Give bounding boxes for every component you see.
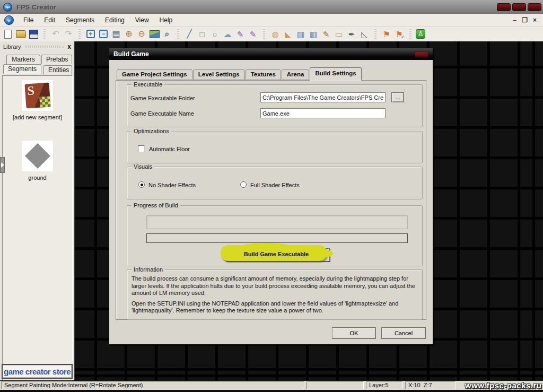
library-tab-prefabs[interactable]: Prefabs xyxy=(41,55,72,64)
new-document-icon[interactable] xyxy=(2,28,14,40)
magnifier-icon[interactable]: ⌕ xyxy=(161,28,173,40)
menu-file[interactable]: File xyxy=(18,15,39,25)
select-triangle-icon[interactable]: ◺ xyxy=(358,28,370,40)
information-legend: Information xyxy=(132,266,165,273)
menu-segments[interactable]: Segments xyxy=(60,15,100,25)
undo-icon[interactable]: ↶ xyxy=(50,28,62,40)
library-tabs: Markers Prefabs Segments Entities xyxy=(0,52,74,74)
browse-button[interactable]: ... xyxy=(391,92,404,102)
exe-name-input[interactable] xyxy=(260,108,386,118)
lower-floor-icon[interactable]: ⊖ xyxy=(136,28,147,40)
eraser-tool-icon[interactable]: ▭ xyxy=(333,28,345,40)
layers-icon[interactable]: ▤ xyxy=(110,28,122,40)
mdi-restore-icon[interactable]: ❐ xyxy=(522,16,528,24)
toolbar-separator xyxy=(177,29,179,39)
no-shader-radio[interactable] xyxy=(138,181,145,188)
toolbar-separator xyxy=(78,29,81,39)
build-button-area: Build Game Executable xyxy=(223,246,330,262)
optimizations-legend: Optimizations xyxy=(132,128,171,134)
dialog-tab-strip: Game Project Settings Level Settings Tex… xyxy=(117,67,362,80)
tab-textures[interactable]: Textures xyxy=(246,69,281,80)
segment-thumbnail[interactable]: S xyxy=(22,80,53,111)
library-panel: Library ▫ x Markers Prefabs Segments Ent… xyxy=(0,41,75,380)
brush-icon[interactable]: ✎ xyxy=(234,28,246,40)
app-logo-icon: tgc xyxy=(3,3,12,12)
menu-edit[interactable]: Edit xyxy=(39,15,60,25)
paint-roller-icon[interactable]: ▥ xyxy=(295,28,306,40)
automatic-floor-checkbox[interactable] xyxy=(138,145,145,152)
pencil-tool-icon[interactable]: ✎ xyxy=(320,28,332,40)
progress-group: Progress of Build Build Game Executable xyxy=(127,205,423,266)
segment-list: S [add new segment] ground xyxy=(2,75,73,392)
no-shader-label: No Shader Effects xyxy=(148,182,196,188)
remove-overlay-icon[interactable]: − xyxy=(99,30,108,38)
library-tab-markers[interactable]: Markers xyxy=(6,55,40,64)
library-tab-entities[interactable]: Entities xyxy=(43,65,72,75)
segment-thumbnail[interactable] xyxy=(22,141,53,171)
toolbar-separator xyxy=(374,29,376,39)
line-tool-icon[interactable]: ╱ xyxy=(183,28,195,40)
checker-texture xyxy=(39,96,50,107)
mdi-minimize-icon[interactable]: – xyxy=(513,16,517,24)
open-folder-icon[interactable] xyxy=(15,28,27,40)
title-bar: tgc FPS Creator xyxy=(0,0,543,14)
spray-tool-icon[interactable]: ☁ xyxy=(222,28,233,40)
wedge-tool-icon[interactable]: ◣ xyxy=(282,28,294,40)
mdi-window-controls: – ❐ × xyxy=(513,16,543,24)
maximize-button[interactable] xyxy=(512,3,526,11)
light-tool-icon[interactable]: ◍ xyxy=(269,28,281,40)
paint-roller-alt-icon[interactable]: ▥ xyxy=(308,28,319,40)
window-title: FPS Creator xyxy=(16,3,56,11)
visuals-group: Visuals No Shader Effects Full Shader Ef… xyxy=(127,167,423,199)
eyedropper-icon[interactable]: ✒ xyxy=(346,28,357,40)
library-minimize-icon[interactable]: ▫ xyxy=(63,44,65,50)
menu-help[interactable]: Help xyxy=(154,15,178,25)
build-progress-bar-secondary xyxy=(146,233,408,243)
library-tab-segments[interactable]: Segments xyxy=(3,64,41,74)
brick-cube-image: S xyxy=(24,82,50,108)
raise-floor-icon[interactable]: ⊕ xyxy=(123,28,135,40)
menu-editing[interactable]: Editing xyxy=(100,15,130,25)
game-creator-store-button[interactable]: game creator store xyxy=(2,364,73,379)
segment-item-label: ground xyxy=(3,175,72,181)
player-start-icon[interactable]: ♙ xyxy=(416,29,425,39)
dialog-title-bar[interactable]: Build Game xyxy=(109,48,433,60)
list-item[interactable]: S [add new segment] xyxy=(3,80,72,120)
ellipse-tool-icon[interactable]: ○ xyxy=(209,28,221,40)
info-paragraph: The build process can consume a signific… xyxy=(132,275,417,297)
list-item[interactable]: ground xyxy=(3,141,72,181)
tab-game-project-settings[interactable]: Game Project Settings xyxy=(117,69,192,80)
panel-collapse-handle[interactable] xyxy=(0,157,5,173)
status-mode-text: Segment Painting Mode:Internal (R=Rotate… xyxy=(1,381,304,389)
ground-diamond-image xyxy=(24,143,50,169)
cancel-button[interactable]: Cancel xyxy=(381,327,426,339)
ok-button[interactable]: OK xyxy=(332,327,376,339)
preview-map-icon[interactable] xyxy=(148,28,160,40)
toolbar-separator xyxy=(409,29,411,39)
tab-level-settings[interactable]: Level Settings xyxy=(193,69,245,80)
status-right-area: www.fpsc-packs.ru xyxy=(458,381,542,390)
flag-check-icon[interactable]: ⚑ xyxy=(393,28,405,40)
close-button[interactable] xyxy=(528,3,541,11)
mdi-close-icon[interactable]: × xyxy=(533,16,537,24)
tab-build-settings[interactable]: Build Settings xyxy=(310,67,361,81)
flag-icon[interactable]: ⚑ xyxy=(381,28,392,40)
exe-folder-input[interactable] xyxy=(260,92,386,102)
rectangle-tool-icon[interactable]: □ xyxy=(196,28,208,40)
status-coordinates: X:10 Z:7 xyxy=(405,381,456,389)
dialog-title: Build Game xyxy=(113,50,149,58)
full-shader-radio[interactable] xyxy=(240,181,247,188)
library-close-icon[interactable]: x xyxy=(67,43,71,50)
dialog-close-button[interactable] xyxy=(415,51,428,57)
automatic-floor-label: Automatic Floor xyxy=(149,146,190,152)
save-icon[interactable] xyxy=(28,28,39,40)
brush-alt-icon[interactable]: ✎ xyxy=(247,28,259,40)
tab-arena[interactable]: Arena xyxy=(282,69,310,80)
menu-view[interactable]: View xyxy=(130,15,154,25)
add-overlay-icon[interactable]: + xyxy=(86,30,95,38)
build-game-executable-button[interactable]: Build Game Executable xyxy=(223,246,330,262)
library-drag-grip[interactable] xyxy=(25,46,60,48)
minimize-button[interactable] xyxy=(497,3,511,11)
redo-icon[interactable]: ↷ xyxy=(63,28,74,40)
status-layer: Layer:5 xyxy=(366,381,403,389)
